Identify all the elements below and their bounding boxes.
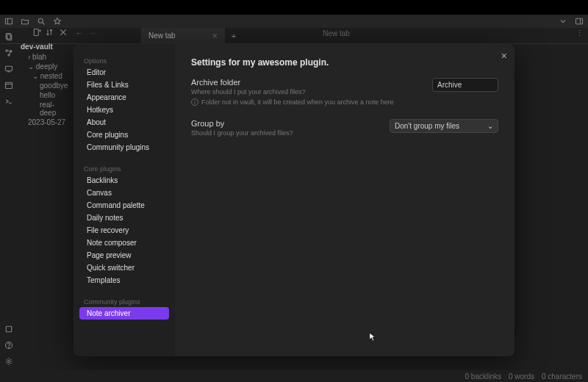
nav-item-about[interactable]: About <box>79 116 169 129</box>
more-icon[interactable]: ⋮ <box>576 29 584 38</box>
chevron-down-icon[interactable] <box>559 17 567 26</box>
section-options: Options <box>76 54 172 66</box>
svg-rect-0 <box>6 18 12 24</box>
gear-icon[interactable] <box>4 357 13 366</box>
svg-line-3 <box>43 23 45 25</box>
tree-item[interactable]: › blah <box>21 52 68 62</box>
info-icon: i <box>191 98 198 106</box>
settings-nav: Options EditorFiles & LinksAppearanceHot… <box>74 44 175 356</box>
nav-item-daily-notes[interactable]: Daily notes <box>79 212 169 224</box>
os-statusbar <box>0 0 588 15</box>
sidebar-right-icon[interactable] <box>575 17 584 26</box>
chevron-down-icon: ⌄ <box>487 122 493 130</box>
tree-item[interactable]: 2023-05-27 <box>21 118 68 127</box>
tree-item[interactable]: ⌄ deeply <box>21 62 68 71</box>
svg-line-11 <box>7 51 11 51</box>
status-backlinks[interactable]: 0 backlinks <box>465 372 501 381</box>
nav-item-appearance[interactable]: Appearance <box>79 91 169 104</box>
canvas-icon[interactable] <box>4 65 13 73</box>
nav-item-quick-switcher[interactable]: Quick switcher <box>79 262 169 274</box>
status-chars[interactable]: 0 characters <box>542 372 582 381</box>
archive-folder-desc: Where should I put your archived files? <box>191 88 394 96</box>
graph-icon[interactable] <box>4 48 13 57</box>
nav-back-icon[interactable]: ← <box>75 29 83 37</box>
collapse-icon[interactable] <box>59 28 68 37</box>
settings-modal: Options EditorFiles & LinksAppearanceHot… <box>74 44 514 356</box>
archive-folder-input[interactable] <box>432 78 498 92</box>
search-icon[interactable] <box>37 17 46 26</box>
svg-line-12 <box>9 51 11 55</box>
groupby-select[interactable]: Don't group my files ⌄ <box>390 119 498 133</box>
section-core: Core plugins <box>76 162 172 174</box>
sidebar-left-icon[interactable] <box>4 17 13 26</box>
tree-item[interactable]: goodbye <box>21 81 68 90</box>
left-ribbon <box>0 28 18 370</box>
svg-point-2 <box>38 18 43 23</box>
tree-item[interactable]: ⌄ nested <box>21 71 68 81</box>
svg-rect-13 <box>6 66 12 71</box>
command-icon[interactable] <box>4 97 13 106</box>
archive-folder-label: Archive folder <box>191 78 394 87</box>
nav-item-backlinks[interactable]: Backlinks <box>79 174 169 187</box>
nav-item-note-archiver[interactable]: Note archiver <box>79 307 169 320</box>
nav-item-templates[interactable]: Templates <box>79 274 169 286</box>
vault-name[interactable]: dev-vault <box>21 41 68 52</box>
breadcrumb[interactable]: New tab <box>97 29 576 37</box>
nav-item-hotkeys[interactable]: Hotkeys <box>79 104 169 116</box>
star-icon[interactable] <box>53 17 62 26</box>
vault-icon[interactable] <box>4 325 13 334</box>
close-button[interactable]: × <box>501 50 507 62</box>
nav-item-core-plugins[interactable]: Core plugins <box>79 129 169 141</box>
sort-icon[interactable] <box>46 28 54 37</box>
tree-item[interactable]: hello <box>21 90 68 100</box>
nav-item-canvas[interactable]: Canvas <box>79 187 169 199</box>
nav-item-page-preview[interactable]: Page preview <box>79 249 169 262</box>
groupby-label: Group by <box>191 119 293 128</box>
settings-title: Settings for my awesome plugin. <box>191 57 498 68</box>
help-icon[interactable] <box>4 341 13 350</box>
nav-item-files-links[interactable]: Files & Links <box>79 79 169 91</box>
svg-rect-18 <box>6 326 12 332</box>
new-note-icon[interactable] <box>32 28 41 37</box>
status-bar: 0 backlinks 0 words 0 characters <box>0 370 588 382</box>
section-community: Community plugins <box>76 295 172 307</box>
svg-rect-15 <box>6 82 12 88</box>
svg-rect-22 <box>34 29 38 36</box>
nav-item-community-plugins[interactable]: Community plugins <box>79 141 169 154</box>
calendar-icon[interactable] <box>4 81 13 90</box>
file-explorer: dev-vault › blah⌄ deeply⌄ nestedgoodbyeh… <box>18 28 71 370</box>
titlebar <box>0 15 588 28</box>
files-icon[interactable] <box>4 32 13 41</box>
svg-point-20 <box>9 347 10 348</box>
nav-fwd-icon[interactable]: → <box>89 29 97 37</box>
nav-item-command-palette[interactable]: Command palette <box>79 199 169 212</box>
nav-item-editor[interactable]: Editor <box>79 66 169 79</box>
archive-folder-info: i Folder not in vault, it will be create… <box>191 98 394 106</box>
nav-item-file-recovery[interactable]: File recovery <box>79 224 169 237</box>
folder-icon[interactable] <box>21 17 29 26</box>
status-words[interactable]: 0 words <box>509 372 534 381</box>
nav-item-note-composer[interactable]: Note composer <box>79 237 169 249</box>
svg-rect-4 <box>576 18 583 24</box>
settings-content: × Settings for my awesome plugin. Archiv… <box>175 44 514 356</box>
groupby-desc: Should I group your archived files? <box>191 129 293 137</box>
svg-point-21 <box>8 361 10 363</box>
tree-item[interactable]: real-deep <box>21 100 68 118</box>
